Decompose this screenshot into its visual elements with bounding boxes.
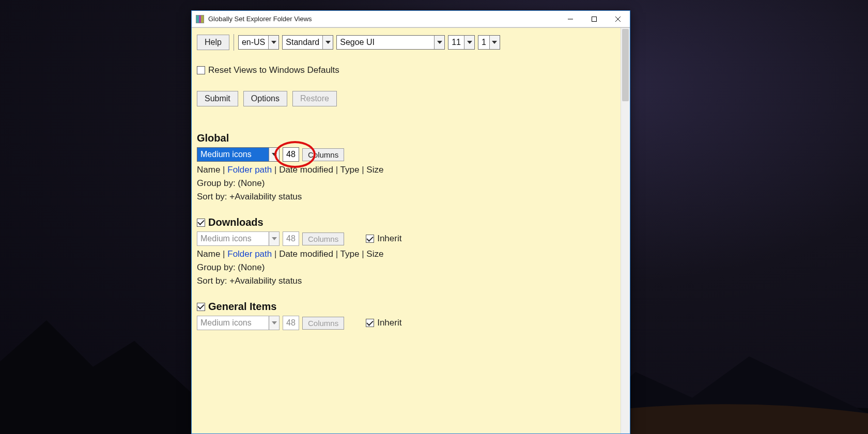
maximize-button[interactable] [582,11,606,27]
global-group-by: Group by: (None) [197,178,615,189]
general-inherit-checkbox[interactable]: Inherit [366,318,401,328]
chevron-down-icon [268,36,278,49]
downloads-title: Downloads [208,216,264,228]
general-view-select[interactable]: Medium icons [197,316,280,330]
options-button[interactable]: Options [243,91,287,106]
chevron-down-icon [434,36,444,49]
folder-path-link[interactable]: Folder path [227,165,272,175]
font-size-select[interactable]: 11 [448,35,475,50]
chevron-down-icon [269,316,279,330]
chevron-down-icon [489,36,500,49]
global-columns-button[interactable]: Columns [302,148,344,161]
global-sort-by: Sort by: +Availability status [197,192,615,202]
locale-select[interactable]: en-US [238,35,279,50]
chevron-down-icon [464,36,474,49]
checkbox-box [197,219,205,227]
font-select[interactable]: Segoe UI [336,35,445,50]
checkbox-box [366,235,374,243]
downloads-inherit-checkbox[interactable]: Inherit [366,234,401,244]
reset-defaults-checkbox[interactable]: Reset Views to Windows Defaults [197,65,339,75]
chevron-down-icon [322,36,333,49]
global-view-select[interactable]: Medium icons [197,147,280,162]
submit-button[interactable]: Submit [197,91,238,106]
scrollbar-thumb[interactable] [622,29,629,101]
client-area: Help en-US Standard Segoe UI 11 [192,27,630,433]
checkbox-box [197,303,205,311]
global-heading: Global [197,132,615,144]
general-enable-checkbox[interactable] [197,303,205,311]
scale-select[interactable]: 1 [478,35,500,50]
downloads-sort-by: Sort by: +Availability status [197,276,615,286]
general-view-value: Medium icons [197,318,269,328]
restore-button[interactable]: Restore [292,91,337,106]
checkbox-box [197,66,205,74]
general-inherit-label: Inherit [377,318,401,328]
svg-rect-0 [592,17,597,21]
toolbar-divider [234,34,234,51]
general-size-value: 48 [283,318,299,328]
font-size-value: 11 [448,38,464,47]
downloads-inherit-label: Inherit [377,234,401,244]
reset-defaults-label: Reset Views to Windows Defaults [208,65,339,75]
top-toolbar: Help en-US Standard Segoe UI 11 [197,34,615,51]
titlebar[interactable]: Globally Set Explorer Folder Views [192,11,630,27]
global-size-value: 48 [283,150,299,159]
chevron-down-icon [269,148,279,161]
global-view-value: Medium icons [197,150,269,159]
downloads-enable-checkbox[interactable] [197,219,205,227]
app-window: Globally Set Explorer Folder Views Help … [191,10,630,434]
minimize-button[interactable] [559,11,582,27]
window-title: Globally Set Explorer Folder Views [208,15,559,23]
app-icon [196,15,204,23]
global-size-input[interactable]: 48 [283,147,299,162]
downloads-size-value: 48 [283,234,299,243]
folder-path-link[interactable]: Folder path [227,249,272,259]
general-size-input[interactable]: 48 [283,316,299,330]
global-columns-line: Name | Folder path | Date modified | Typ… [197,165,615,175]
downloads-view-value: Medium icons [197,234,269,243]
close-button[interactable] [606,11,630,27]
style-value: Standard [283,38,322,47]
downloads-columns-button[interactable]: Columns [302,233,344,245]
downloads-size-input[interactable]: 48 [283,231,299,246]
downloads-columns-line: Name | Folder path | Date modified | Typ… [197,249,615,259]
vertical-scrollbar[interactable] [621,28,630,433]
general-heading: General Items [197,301,615,313]
chevron-down-icon [269,232,279,245]
downloads-group-by: Group by: (None) [197,262,615,273]
scale-value: 1 [478,38,489,47]
downloads-view-select[interactable]: Medium icons [197,231,280,246]
downloads-heading: Downloads [197,216,615,228]
help-button[interactable]: Help [197,35,229,50]
general-title: General Items [208,301,276,313]
style-select[interactable]: Standard [282,35,333,50]
font-value: Segoe UI [337,38,434,47]
checkbox-box [366,319,374,327]
locale-value: en-US [239,38,268,47]
general-columns-button[interactable]: Columns [302,317,344,330]
